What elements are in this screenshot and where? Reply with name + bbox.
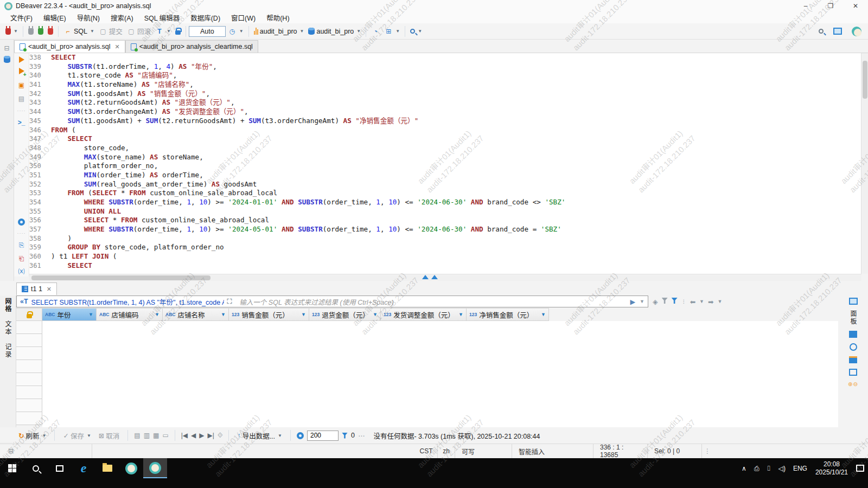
panel-config-icon[interactable] <box>849 298 858 305</box>
fetch-all-icon[interactable]: ⟐ <box>218 432 222 439</box>
column-header-5[interactable]: 123发货调整金额（元）▼ <box>381 308 467 321</box>
new-connection-button[interactable]: ▼ <box>3 27 20 36</box>
code-line-355[interactable]: 355 UNION ALL <box>29 207 861 216</box>
code-line-345[interactable]: 345 SUM(t1.goodsAmt) + SUM(t2.returnGood… <box>29 117 861 126</box>
nav-back-dd-icon[interactable]: ▼ <box>699 299 704 304</box>
tasks-view-icon[interactable]: ⊟ <box>7 447 15 455</box>
tray-network-icon[interactable]: ⌷ <box>763 458 774 478</box>
column-header-6[interactable]: 123净销售金额（元）▼ <box>467 308 549 321</box>
result-tab-close-icon[interactable]: ✕ <box>47 286 52 293</box>
code-line-357[interactable]: 357 WHERE SUBSTR(order_time, 1, 10) >= '… <box>29 225 861 234</box>
nav-forward-icon[interactable]: ➡ <box>708 298 713 306</box>
column-filter-icon[interactable]: ▼ <box>218 312 226 317</box>
next-page-icon[interactable]: ▶ <box>199 432 204 439</box>
save-button[interactable]: ✓保存▼ <box>61 429 93 442</box>
autocommit-combo[interactable]: Auto <box>189 26 226 37</box>
delete-row-icon[interactable]: ▦ <box>153 432 159 439</box>
code-line-356[interactable]: 356 SELECT * FROM custom_online_sale_abr… <box>29 216 861 225</box>
execute-new-tab-button[interactable]: + <box>19 68 24 76</box>
menu-item-7[interactable]: 帮助(H) <box>261 11 294 24</box>
search-menu-button[interactable]: ▼ <box>408 27 424 35</box>
sash-collapse-up-icon-2[interactable] <box>431 275 438 279</box>
result-view-tab-1[interactable]: 文本 <box>3 320 12 336</box>
code-line-339[interactable]: 339 SUBSTR(t1.orderTime, 1, 4) AS "年份", <box>29 62 861 72</box>
connection-lock-button[interactable] <box>173 26 183 36</box>
menu-item-3[interactable]: 搜索(A) <box>106 11 138 24</box>
filter-expand-icon[interactable]: ⛶ <box>227 298 232 306</box>
apply-filter-icon[interactable]: ▶ <box>630 298 635 306</box>
minimize-button[interactable]: – <box>793 0 818 12</box>
empty-row-header[interactable] <box>16 412 42 425</box>
column-header-1[interactable]: ABC店铺编码▼ <box>97 308 163 321</box>
column-header-3[interactable]: 123销售金额（元）▼ <box>229 308 309 321</box>
editor-tab-0[interactable]: <audit_bi_pro> analysis.sql✕ <box>14 40 125 53</box>
taskbar-clock[interactable]: 20:08 2025/10/21 <box>811 458 852 478</box>
result-tab[interactable]: t1 1 ✕ <box>16 282 57 295</box>
code-line-348[interactable]: 348 store_code, <box>29 144 861 153</box>
grid-body[interactable] <box>42 321 838 427</box>
dbeaver-taskbar-icon-active[interactable] <box>143 458 167 478</box>
tray-device-icon[interactable]: ⎙ <box>750 458 763 478</box>
code-line-338[interactable]: 338SELECT <box>29 53 861 62</box>
commit-mode-button[interactable]: ⊞▼ <box>382 25 402 37</box>
isolation-button[interactable]: ◷▼ <box>226 25 246 37</box>
editor-vscrollbar[interactable] <box>861 53 868 274</box>
connect-button[interactable] <box>26 27 36 36</box>
prev-page-icon[interactable]: ◀ <box>191 432 196 439</box>
caret-position[interactable]: 336 : 1 : 13685 <box>593 444 648 458</box>
column-header-2[interactable]: ABC店铺名称▼ <box>163 308 229 321</box>
remove-filter-icon[interactable] <box>662 298 668 305</box>
duplicate-row-icon[interactable]: ▥ <box>144 432 150 439</box>
empty-row-header[interactable] <box>16 373 42 386</box>
empty-row-header[interactable] <box>16 347 42 360</box>
taskbar-search-button[interactable] <box>24 458 48 478</box>
column-filter-icon[interactable]: ▼ <box>538 312 546 317</box>
empty-row-header[interactable] <box>16 386 42 399</box>
sql-editor[interactable]: 338SELECT339 SUBSTR(t1.orderTime, 1, 4) … <box>29 53 861 274</box>
code-line-349[interactable]: 349 MAX(store_name) AS storeName, <box>29 153 861 162</box>
column-filter-icon[interactable]: ▼ <box>298 312 306 317</box>
input-language-indicator[interactable]: ENG <box>789 458 811 478</box>
filter-count-icon[interactable] <box>342 433 348 439</box>
code-line-359[interactable]: 359 GROUP BY store_code, platform_order_… <box>29 243 861 252</box>
column-header-0[interactable]: ABC年份▼ <box>42 308 97 321</box>
export-data-button[interactable]: ↑ 导出数据...▼ <box>235 429 284 442</box>
nav-forward-dd-icon[interactable]: ▼ <box>718 299 723 304</box>
error-doc-button[interactable]: ⎗ <box>17 254 26 263</box>
commit-button[interactable]: ▢提交 <box>97 24 125 38</box>
code-line-352[interactable]: 352 SUM(real_goods_amt_order_time) AS go… <box>29 180 861 189</box>
database-navigator-icon[interactable] <box>3 55 11 63</box>
close-button[interactable]: ✕ <box>843 0 868 12</box>
open-perspective-button[interactable] <box>831 26 844 36</box>
tray-volume-icon[interactable]: ◁) <box>775 458 789 478</box>
code-line-354[interactable]: 354 WHERE SUBSTR(order_time, 1, 10) >= '… <box>29 198 861 207</box>
connection-selector[interactable]: audit_bi_pro▼ <box>252 26 307 37</box>
nav-back-icon[interactable]: ⬅ <box>690 298 695 306</box>
user-profile-button[interactable] <box>850 25 864 38</box>
filter-history-icon[interactable]: ▼ <box>640 299 644 304</box>
code-line-340[interactable]: 340 t1.store_code AS "店铺编码", <box>29 71 861 80</box>
execute-statement-button[interactable] <box>19 56 24 63</box>
menu-item-6[interactable]: 窗口(W) <box>226 11 260 24</box>
erase-filter-icon[interactable]: ◈ <box>653 298 658 306</box>
maximize-button[interactable]: ❐ <box>818 0 843 12</box>
code-line-342[interactable]: 342 SUM(t1.goodsAmt) AS "销售金额（元）", <box>29 89 861 99</box>
value-viewer-icon[interactable] <box>849 331 857 338</box>
add-row-icon[interactable]: ▤ <box>134 432 140 439</box>
code-line-347[interactable]: 347 SELECT <box>29 134 861 144</box>
action-center-icon[interactable] <box>852 458 868 478</box>
column-filter-icon[interactable]: ▼ <box>369 312 378 317</box>
grid-corner-cell[interactable] <box>16 308 42 321</box>
empty-row-header[interactable] <box>16 360 42 373</box>
tab-close-icon[interactable]: ✕ <box>115 43 120 50</box>
code-line-350[interactable]: 350 platform_order_no, <box>29 162 861 171</box>
sash-collapse-up-icon[interactable] <box>422 275 429 279</box>
reconnect-button[interactable] <box>36 27 46 36</box>
edit-row-icon[interactable]: ▭ <box>162 432 168 439</box>
rollback-button[interactable]: ▢回滚 <box>125 24 153 38</box>
variables-button[interactable]: ⒳ <box>17 268 26 277</box>
sql-console-button[interactable]: >_ <box>17 118 26 127</box>
code-line-351[interactable]: 351 MIN(order_time) AS orderTime, <box>29 171 861 180</box>
first-page-icon[interactable]: |◀ <box>181 432 188 439</box>
explain-plan-button[interactable]: ▤ <box>17 94 26 103</box>
